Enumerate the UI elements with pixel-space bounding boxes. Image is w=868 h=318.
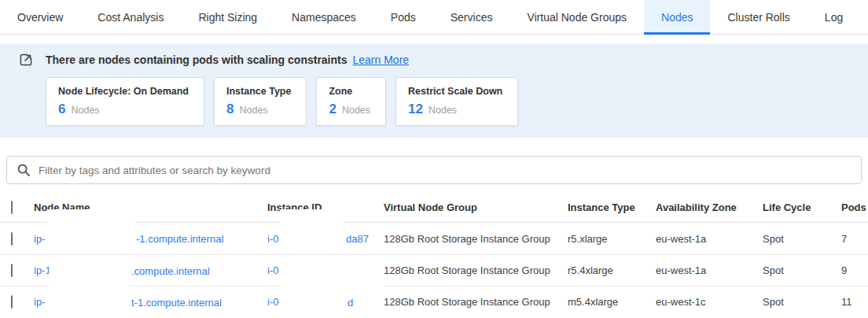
row-checkbox[interactable] bbox=[11, 264, 13, 277]
search-icon bbox=[17, 163, 31, 177]
tab-overview[interactable]: Overview bbox=[0, 0, 80, 34]
instance-type-cell: m5.4xlarge bbox=[568, 296, 656, 308]
banner-text: There are nodes containing pods with sca… bbox=[46, 54, 348, 66]
card-restrict-scale-down[interactable]: Restrict Scale Down 12 Nodes bbox=[395, 77, 518, 126]
card-node-lifecycle-on-demand[interactable]: Node Lifecycle: On Demand 6 Nodes bbox=[46, 77, 204, 126]
instance-id-prefix: i-0 bbox=[267, 296, 278, 308]
search-input[interactable] bbox=[39, 165, 851, 176]
node-name-suffix: -1.compute.internal bbox=[136, 233, 223, 245]
redaction-box bbox=[279, 288, 347, 316]
column-header-virtual-node-group[interactable]: Virtual Node Group bbox=[384, 202, 568, 213]
tab-nodes[interactable]: Nodes bbox=[644, 0, 710, 34]
instance-type-cell: r5.4xlarge bbox=[568, 264, 656, 276]
availability-zone-cell: eu-west-1c bbox=[656, 296, 763, 308]
tab-pods[interactable]: Pods bbox=[373, 0, 433, 34]
node-name-suffix: t-1.compute.internal bbox=[131, 296, 222, 308]
card-count: 8 bbox=[226, 102, 234, 117]
learn-more-link[interactable]: Learn More bbox=[353, 54, 410, 66]
tab-cluster-rolls[interactable]: Cluster Rolls bbox=[710, 0, 807, 34]
redaction-box bbox=[280, 257, 384, 287]
row-checkbox[interactable] bbox=[11, 295, 13, 309]
card-unit: Nodes bbox=[71, 105, 99, 116]
redaction-box bbox=[47, 288, 130, 316]
card-value: 2 Nodes bbox=[329, 102, 370, 117]
instance-id-prefix: i-0 bbox=[267, 233, 278, 245]
table-row: ip-1 .compute.internal i-0 128Gb Root St… bbox=[0, 254, 868, 286]
life-cycle-cell: Spot bbox=[763, 233, 835, 245]
tab-right-sizing[interactable]: Right Sizing bbox=[181, 0, 274, 34]
column-header-instance-type[interactable]: Instance Type bbox=[568, 202, 656, 213]
redaction-box bbox=[47, 209, 135, 238]
card-title: Restrict Scale Down bbox=[408, 86, 502, 97]
virtual-node-group-cell: 128Gb Root Storage Instance Group bbox=[384, 264, 568, 276]
card-count: 12 bbox=[408, 102, 423, 117]
pods-cell: 11 bbox=[835, 296, 868, 308]
card-unit: Nodes bbox=[342, 105, 370, 116]
row-checkbox[interactable] bbox=[11, 232, 13, 246]
virtual-node-group-cell: 128Gb Root Storage Instance Group bbox=[384, 233, 568, 245]
card-value: 12 Nodes bbox=[408, 102, 502, 117]
card-unit: Nodes bbox=[239, 105, 267, 116]
availability-zone-cell: eu-west-1a bbox=[656, 264, 763, 276]
tab-services[interactable]: Services bbox=[433, 0, 510, 34]
filter-search-bar bbox=[6, 156, 862, 184]
card-unit: Nodes bbox=[428, 105, 457, 116]
pods-cell: 7 bbox=[835, 233, 868, 245]
redaction-box bbox=[49, 257, 130, 287]
node-name-prefix: ip- bbox=[34, 233, 45, 245]
pods-cell: 9 bbox=[835, 264, 868, 276]
tab-virtual-node-groups[interactable]: Virtual Node Groups bbox=[509, 0, 644, 34]
tab-namespaces[interactable]: Namespaces bbox=[274, 0, 373, 34]
card-title: Instance Type bbox=[226, 86, 291, 97]
tab-log[interactable]: Log bbox=[807, 0, 860, 34]
card-count: 2 bbox=[329, 102, 336, 117]
column-header-availability-zone[interactable]: Availability Zone bbox=[656, 202, 763, 213]
column-header-life-cycle[interactable]: Life Cycle bbox=[763, 202, 835, 213]
scale-up-icon bbox=[19, 53, 33, 67]
virtual-node-group-cell: 128Gb Root Storage Instance Group bbox=[384, 296, 568, 308]
card-instance-type[interactable]: Instance Type 8 Nodes bbox=[214, 77, 307, 126]
card-count: 6 bbox=[58, 102, 65, 117]
card-title: Zone bbox=[329, 86, 370, 97]
banner-message-row: There are nodes containing pods with sca… bbox=[19, 53, 868, 67]
table-row: ip- -1.compute.internal i-0 da87 128Gb R… bbox=[0, 223, 868, 254]
node-name-suffix: .compute.internal bbox=[131, 264, 210, 276]
node-name-prefix: ip- bbox=[34, 296, 45, 308]
select-all-checkbox[interactable] bbox=[11, 201, 13, 214]
instance-id-suffix: d bbox=[348, 296, 353, 308]
redaction-box bbox=[280, 209, 343, 238]
card-zone[interactable]: Zone 2 Nodes bbox=[316, 77, 386, 126]
instance-id-prefix: i-0 bbox=[267, 264, 278, 276]
scaling-constraints-banner: There are nodes containing pods with sca… bbox=[0, 44, 868, 138]
card-value: 8 Nodes bbox=[226, 102, 291, 117]
nodes-table: Node Name Instance ID Virtual Node Group… bbox=[0, 193, 868, 317]
life-cycle-cell: Spot bbox=[763, 296, 835, 308]
availability-zone-cell: eu-west-1a bbox=[656, 233, 763, 245]
tab-bar: Overview Cost Analysis Right Sizing Name… bbox=[0, 0, 868, 35]
instance-id-suffix: da87 bbox=[346, 233, 369, 245]
constraint-cards: Node Lifecycle: On Demand 6 Nodes Instan… bbox=[46, 77, 868, 126]
card-value: 6 Nodes bbox=[58, 102, 189, 117]
card-title: Node Lifecycle: On Demand bbox=[58, 86, 189, 97]
instance-type-cell: r5.xlarge bbox=[568, 233, 656, 245]
column-header-pods[interactable]: Pods bbox=[835, 202, 868, 213]
table-row: ip- t-1.compute.internal i-0 d 128Gb Roo… bbox=[0, 286, 868, 317]
life-cycle-cell: Spot bbox=[763, 264, 835, 276]
tab-cost-analysis[interactable]: Cost Analysis bbox=[80, 0, 181, 34]
